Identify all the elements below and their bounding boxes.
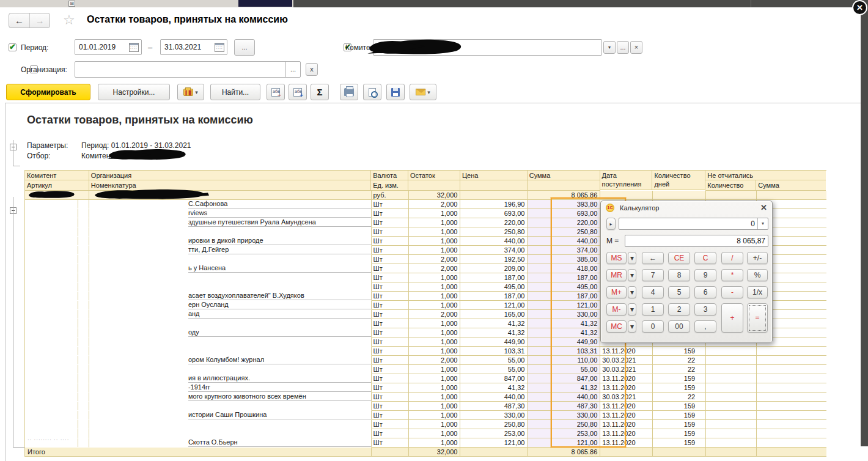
print-button[interactable] <box>340 84 358 100</box>
cell-rest[interactable]: 1,000 <box>409 347 461 356</box>
cell-artikul[interactable] <box>25 319 89 328</box>
cell-nomenclature[interactable]: Скотта О.Бьерн <box>89 438 372 448</box>
calendar-icon[interactable] <box>215 43 224 52</box>
cell-group-days[interactable] <box>653 191 706 200</box>
cell-nr-qty[interactable] <box>706 374 757 383</box>
cell-price[interactable]: 440,00 <box>460 393 528 402</box>
cell-nr-qty[interactable] <box>706 420 757 429</box>
cell-sum[interactable]: 121,00 <box>528 301 600 310</box>
cell-total-label[interactable]: Итого <box>25 448 372 457</box>
cell-price[interactable]: 41,32 <box>460 328 528 337</box>
cell-sum[interactable]: 495,00 <box>528 282 600 292</box>
table-row[interactable]: Шт1,000250,80250,8013.11.2020159 <box>25 420 826 429</box>
cell-nomenclature[interactable] <box>89 337 372 347</box>
cell-nr-qty[interactable] <box>706 383 757 393</box>
table-row[interactable]: мого крупного животного всех времёнШт1,0… <box>25 393 826 402</box>
cell-rest[interactable]: 1,000 <box>409 374 461 383</box>
cell-artikul[interactable] <box>25 310 89 319</box>
expand-icon[interactable]: ⊞ <box>68 1 75 7</box>
komitent-clear-button[interactable]: × <box>630 41 642 54</box>
table-row[interactable]: Шт1,000487,30487,3013.11.2020159 <box>25 402 826 411</box>
cell-artikul[interactable] <box>25 347 89 356</box>
cell-sum[interactable]: 121,00 <box>528 438 600 448</box>
cell-total-days[interactable] <box>653 448 706 457</box>
calc-key-MC-dropdown[interactable]: ▾ <box>628 320 636 333</box>
cell-group-nrsum[interactable] <box>757 191 826 200</box>
forward-button[interactable]: → <box>29 13 50 28</box>
cell-rest[interactable]: 1,000 <box>409 411 461 420</box>
cell-nr-sum[interactable] <box>757 420 826 429</box>
cell-sum[interactable]: 250,80 <box>528 420 600 429</box>
cell-artikul[interactable] <box>25 429 89 438</box>
cell-sum[interactable]: 41,32 <box>528 319 600 328</box>
cell-artikul[interactable] <box>25 337 89 347</box>
cell-nr-sum[interactable] <box>757 356 826 365</box>
period-checkbox[interactable] <box>9 43 17 51</box>
cell-price[interactable]: 253,00 <box>460 429 528 438</box>
cell-date[interactable]: 13.11.2020 <box>600 420 653 429</box>
cell-artikul[interactable] <box>25 393 89 402</box>
favorite-star-icon[interactable]: ☆ <box>63 12 75 28</box>
cell-nr-sum[interactable] <box>757 438 826 448</box>
cell-artikul[interactable] <box>25 246 89 255</box>
cell-nomenclature[interactable]: ь у Нансена <box>89 264 372 273</box>
screenshot-close-button[interactable]: ✕ <box>852 0 867 15</box>
cell-unit[interactable]: Шт <box>372 402 409 411</box>
cell-nr-sum[interactable] <box>757 365 826 374</box>
cell-price[interactable]: 103,31 <box>460 347 528 356</box>
cell-nomenclature[interactable]: ировки в дикой природе <box>89 237 372 246</box>
cell-nr-sum[interactable] <box>757 393 826 402</box>
calc-key-4[interactable]: 4 <box>642 286 664 298</box>
cell-total-sum[interactable]: 8 065.86 <box>528 448 600 457</box>
cell-date[interactable]: 13.11.2020 <box>600 374 653 383</box>
cell-nr-sum[interactable] <box>757 429 826 438</box>
cell-price[interactable]: 55,00 <box>460 356 528 365</box>
cell-nomenclature[interactable]: истории Саши Прошкина <box>89 411 372 420</box>
organization-input[interactable]: ... <box>75 61 301 78</box>
cell-price[interactable]: 187,00 <box>460 292 528 301</box>
calculator-display[interactable]: 0 ▾ <box>619 218 768 230</box>
cell-unit[interactable]: Шт <box>372 328 409 337</box>
cell-artikul[interactable] <box>25 356 89 365</box>
calculator-close-icon[interactable]: ✕ <box>760 203 767 212</box>
cell-sum[interactable]: 440,00 <box>528 237 600 246</box>
cell-unit[interactable]: Шт <box>372 356 409 365</box>
calc-key-2[interactable]: 2 <box>668 303 690 315</box>
cell-days[interactable]: 159 <box>653 383 706 393</box>
calc-key-6[interactable]: 6 <box>694 286 716 298</box>
cell-artikul[interactable] <box>25 227 89 237</box>
cell-date[interactable]: 13.11.2020 <box>600 438 653 448</box>
calendar-icon[interactable] <box>129 43 139 52</box>
cell-nr-qty[interactable] <box>706 393 757 402</box>
cell-total-price[interactable] <box>460 448 528 457</box>
cell-group-currency[interactable]: руб. <box>372 191 409 200</box>
calc-key-M-[interactable]: M- <box>606 303 627 315</box>
cell-group-nrqty[interactable] <box>706 191 757 200</box>
cell-rest[interactable]: 1,000 <box>409 227 461 237</box>
cell-artikul[interactable] <box>25 200 89 209</box>
table-row[interactable]: Шт1,00055,0055,0030.03.202122 <box>25 365 826 374</box>
cell-price[interactable]: 487,30 <box>460 402 528 411</box>
cell-unit[interactable]: Шт <box>372 365 409 374</box>
cell-nomenclature[interactable]: ия в иллюстрациях. <box>89 374 372 383</box>
cell-nr-sum[interactable] <box>757 402 826 411</box>
cell-unit[interactable]: Шт <box>372 310 409 319</box>
cell-rest[interactable]: 2,000 <box>409 356 461 365</box>
period-to-input[interactable]: 31.03.2021 <box>160 39 227 55</box>
cell-rest[interactable]: 1,000 <box>409 273 461 282</box>
cell-rest[interactable]: 1,000 <box>409 319 461 328</box>
cell-unit[interactable]: Шт <box>372 393 409 402</box>
calc-key-9[interactable]: 9 <box>694 269 716 281</box>
cell-sum[interactable]: 250,80 <box>528 227 600 237</box>
cell-total-nrsum[interactable] <box>757 448 826 457</box>
cell-nomenclature[interactable] <box>89 429 372 438</box>
cell-group-sum[interactable]: 8 065.86 <box>528 191 600 200</box>
cell-nr-qty[interactable] <box>706 347 757 356</box>
cell-sum[interactable]: 103,31 <box>528 347 600 356</box>
table-row[interactable]: Шт1,000103,31103,3113.11.2020159 <box>25 347 826 356</box>
cell-price[interactable]: 209,00 <box>460 264 528 273</box>
cell-date[interactable]: 13.11.2020 <box>600 411 653 420</box>
calc-key-5[interactable]: 5 <box>668 286 690 298</box>
cell-unit[interactable]: Шт <box>372 282 409 292</box>
cell-sum[interactable]: 385,00 <box>528 255 600 264</box>
